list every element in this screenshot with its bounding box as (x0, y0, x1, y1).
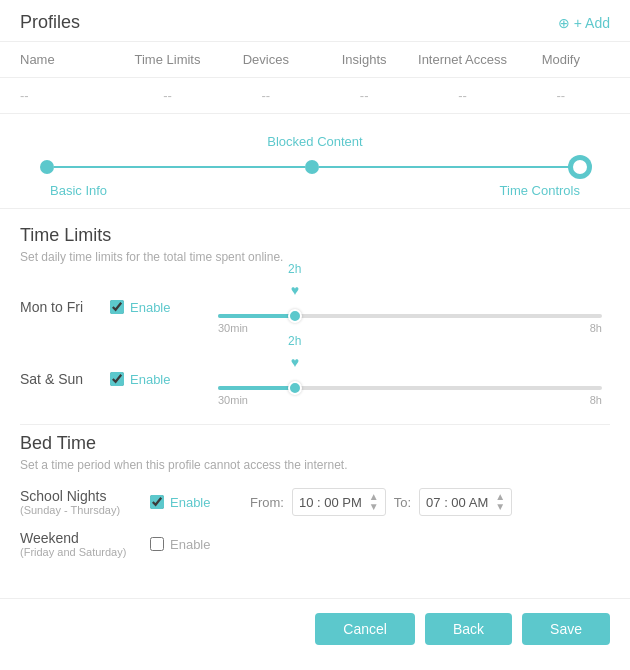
weekend-enable[interactable]: Enable (150, 537, 250, 552)
step-segment-1 (54, 166, 305, 168)
to-time-box[interactable]: 07 : 00 AM ▲ ▼ (419, 488, 512, 516)
weekend-label-group: Weekend (Friday and Saturday) (20, 530, 150, 558)
step-dot-middle (305, 160, 319, 174)
save-button[interactable]: Save (522, 613, 610, 645)
col-name: Name (20, 52, 118, 67)
step-segment-2 (319, 166, 570, 168)
col-insights: Insights (315, 52, 413, 67)
to-label: To: (394, 495, 411, 510)
mon-fri-range: 30min 8h (218, 322, 602, 334)
from-time-box[interactable]: 10 : 00 PM ▲ ▼ (292, 488, 386, 516)
bed-time-desc: Set a time period when this profile cann… (20, 458, 610, 472)
mon-fri-thumb[interactable] (288, 309, 302, 323)
stepper-section: Blocked Content Basic Info Time Controls (0, 114, 630, 209)
to-time-spinners[interactable]: ▲ ▼ (495, 492, 505, 512)
school-nights-sublabel: (Sunday - Thursday) (20, 504, 150, 516)
cell-time-limits: -- (118, 88, 216, 103)
school-nights-enable[interactable]: Enable (150, 495, 250, 510)
from-time-down[interactable]: ▼ (369, 502, 379, 512)
sat-sun-slider[interactable]: 2h ♥ 30min 8h (210, 352, 610, 406)
mon-fri-slider[interactable]: 2h ♥ 30min 8h (210, 280, 610, 334)
sat-sun-track (218, 386, 602, 390)
plus-icon: ⊕ (558, 15, 570, 31)
add-button[interactable]: ⊕ + Add (558, 15, 610, 31)
weekend-label: Weekend (20, 530, 150, 546)
sat-sun-row: Sat & Sun Enable 2h ♥ 30min 8h (20, 352, 610, 406)
weekend-row: Weekend (Friday and Saturday) Enable (20, 530, 610, 558)
stepper-track (40, 157, 590, 177)
sat-sun-checkbox[interactable] (110, 372, 124, 386)
school-nights-row: School Nights (Sunday - Thursday) Enable… (20, 488, 610, 516)
cell-internet-access: -- (413, 88, 511, 103)
mon-fri-enable[interactable]: Enable (110, 300, 210, 315)
cell-name: -- (20, 88, 118, 103)
bed-time-title: Bed Time (20, 433, 610, 454)
from-time-value: 10 : 00 PM (299, 495, 362, 510)
sat-sun-value: 2h (288, 334, 301, 348)
time-limits-title: Time Limits (20, 225, 610, 246)
bed-time-section: Bed Time Set a time period when this pro… (20, 424, 610, 558)
time-limits-section: Time Limits Set daily time limits for th… (20, 225, 610, 406)
cell-insights: -- (315, 88, 413, 103)
col-internet-access: Internet Access (413, 52, 511, 67)
mon-fri-max: 8h (590, 322, 602, 334)
sat-sun-fill (218, 386, 295, 390)
mon-fri-row: Mon to Fri Enable 2h ♥ 30min 8h (20, 280, 610, 334)
sat-sun-label: Sat & Sun (20, 371, 110, 387)
sat-sun-range: 30min 8h (218, 394, 602, 406)
step-label-time: Time Controls (500, 183, 580, 198)
sat-sun-enable[interactable]: Enable (110, 372, 210, 387)
time-limits-desc: Set daily time limits for the total time… (20, 250, 610, 264)
stepper-labels: Basic Info Time Controls (40, 183, 590, 198)
to-time-value: 07 : 00 AM (426, 495, 488, 510)
to-time-down[interactable]: ▼ (495, 502, 505, 512)
school-nights-label-group: School Nights (Sunday - Thursday) (20, 488, 150, 516)
sat-sun-enable-label: Enable (130, 372, 170, 387)
from-label: From: (250, 495, 284, 510)
main-content: Time Limits Set daily time limits for th… (0, 209, 630, 588)
sat-sun-heart-icon: ♥ (291, 354, 299, 370)
blocked-content-label: Blocked Content (267, 134, 362, 149)
sat-sun-thumb[interactable] (288, 381, 302, 395)
cancel-button[interactable]: Cancel (315, 613, 415, 645)
school-nights-time: From: 10 : 00 PM ▲ ▼ To: 07 : 00 AM ▲ ▼ (250, 488, 512, 516)
school-nights-enable-label: Enable (170, 495, 210, 510)
step-label-basic: Basic Info (50, 183, 107, 198)
mon-fri-value: 2h (288, 262, 301, 276)
table-header: Name Time Limits Devices Insights Intern… (0, 42, 630, 78)
step-dot-basic (40, 160, 54, 174)
sat-sun-max: 8h (590, 394, 602, 406)
school-nights-checkbox[interactable] (150, 495, 164, 509)
weekend-enable-label: Enable (170, 537, 210, 552)
weekend-checkbox[interactable] (150, 537, 164, 551)
mon-fri-enable-label: Enable (130, 300, 170, 315)
cell-modify: -- (512, 88, 610, 103)
mon-fri-track (218, 314, 602, 318)
cell-devices: -- (217, 88, 315, 103)
mon-fri-fill (218, 314, 295, 318)
mon-fri-checkbox[interactable] (110, 300, 124, 314)
page-header: Profiles ⊕ + Add (0, 0, 630, 42)
back-button[interactable]: Back (425, 613, 512, 645)
table-row: -- -- -- -- -- -- (0, 78, 630, 114)
from-time-spinners[interactable]: ▲ ▼ (369, 492, 379, 512)
mon-fri-min: 30min (218, 322, 248, 334)
col-devices: Devices (217, 52, 315, 67)
school-nights-label: School Nights (20, 488, 150, 504)
sat-sun-min: 30min (218, 394, 248, 406)
mon-fri-heart-icon: ♥ (291, 282, 299, 298)
footer: Cancel Back Save (0, 598, 630, 659)
mon-fri-label: Mon to Fri (20, 299, 110, 315)
step-dot-time (570, 157, 590, 177)
weekend-sublabel: (Friday and Saturday) (20, 546, 150, 558)
col-time-limits: Time Limits (118, 52, 216, 67)
col-modify: Modify (512, 52, 610, 67)
page-title: Profiles (20, 12, 80, 33)
